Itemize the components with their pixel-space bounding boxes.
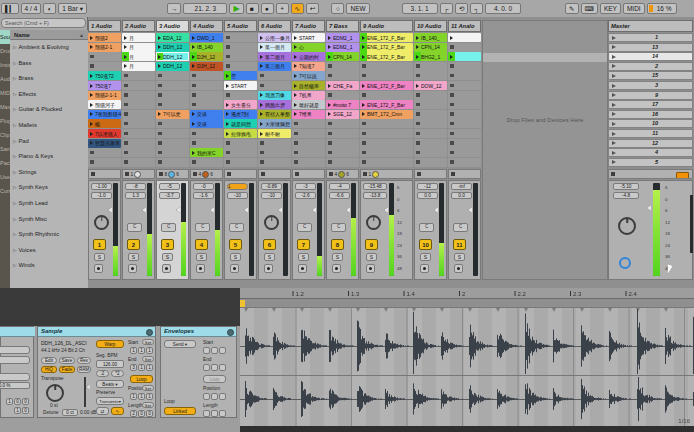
clip-stop-button[interactable]	[450, 64, 454, 68]
browser-sidebar-item[interactable]: Sounds	[0, 30, 10, 44]
midi-map-button[interactable]: MIDI	[623, 3, 645, 14]
clip-stop-button[interactable]	[124, 84, 128, 88]
clip-slot[interactable]	[448, 100, 481, 109]
clip[interactable]: 7衡我那猫头	[88, 110, 121, 119]
clip-play-icon[interactable]	[292, 52, 299, 61]
browser-sidebar[interactable]: SoundsDrumsInstrumentsAudio EffectsMIDI …	[0, 30, 10, 288]
clip-play-icon[interactable]	[292, 33, 299, 42]
solo-button[interactable]: S	[332, 253, 343, 261]
track-activator[interactable]: 4	[195, 239, 208, 250]
clip[interactable]	[448, 52, 481, 61]
ram-button[interactable]: RAM	[77, 366, 91, 373]
clip-gain-handle[interactable]	[86, 384, 90, 390]
seg-bpm-field[interactable]: 126.00	[96, 360, 124, 368]
clip-play-icon[interactable]	[326, 43, 333, 52]
clip-stop-button[interactable]	[226, 93, 230, 97]
clip-slot[interactable]	[156, 71, 189, 80]
peak-level-box[interactable]: -4	[329, 183, 350, 190]
clip-play-icon[interactable]	[292, 91, 299, 100]
track-activator[interactable]: 1	[93, 239, 106, 250]
scene-slot[interactable]: 10	[608, 119, 693, 128]
browser-sidebar-item[interactable]: User Library	[0, 170, 10, 184]
scene-slot[interactable]: 2	[608, 62, 693, 71]
clip-stop-button[interactable]	[328, 64, 332, 68]
clip-slot[interactable]	[190, 100, 223, 109]
clip-slot[interactable]	[448, 71, 481, 80]
clip-stop-button[interactable]	[294, 160, 298, 164]
clip-stop-button[interactable]	[450, 151, 454, 155]
length-set-button[interactable]: Set	[142, 402, 154, 408]
clip-slot[interactable]: IB_140_	[414, 33, 447, 42]
pan-control[interactable]: C	[195, 223, 210, 232]
peak-level-box[interactable]: 1	[227, 183, 248, 190]
clip-stop-button[interactable]	[416, 103, 420, 107]
clip[interactable]: 智慧点改革	[88, 139, 121, 148]
scene-play-icon[interactable]	[612, 103, 616, 107]
clip-play-icon[interactable]	[258, 43, 265, 52]
scene-play-icon[interactable]	[612, 160, 616, 164]
track-activator[interactable]: 5	[229, 239, 242, 250]
clip-stop-button[interactable]	[450, 122, 454, 126]
clip-slot[interactable]: 心	[292, 43, 325, 52]
clip-stop-button[interactable]	[416, 74, 420, 78]
clip[interactable]: 我的家C	[190, 148, 223, 157]
draw-mode-button[interactable]: ✎	[565, 3, 578, 14]
master-fader-handle[interactable]	[647, 205, 651, 211]
peak-level-box[interactable]: -1.00	[91, 183, 112, 190]
clip-slot[interactable]	[156, 129, 189, 138]
clip-slot[interactable]	[122, 158, 155, 167]
env-linked-button[interactable]: Linked	[164, 407, 196, 415]
clip-slot[interactable]: 第一個月	[258, 43, 291, 52]
env-pos-1[interactable]	[203, 393, 210, 400]
clip[interactable]: ENE_172_F_Bar	[360, 100, 413, 109]
clip-slot[interactable]: ENE_172_F_Bar	[360, 81, 413, 90]
clip-stop-button[interactable]	[158, 151, 162, 155]
clip-slot[interactable]: 就是回想	[224, 119, 257, 128]
clip-stop-button[interactable]	[416, 151, 420, 155]
clip-slot[interactable]	[190, 158, 223, 167]
clip-slot[interactable]: CHE_Fa	[326, 81, 359, 90]
clip-stop-button[interactable]	[158, 141, 162, 145]
clip[interactable]: 7可以说	[292, 71, 325, 80]
clip-play-icon[interactable]	[258, 33, 265, 42]
clip-play-icon[interactable]	[360, 100, 367, 109]
clip-slot[interactable]: EDM2_1	[326, 43, 359, 52]
browser-item[interactable]: ▷Synth Lead	[10, 196, 88, 212]
clip-slot[interactable]: 公用一像月	[258, 33, 291, 42]
volume-box[interactable]: -1.6	[193, 192, 214, 199]
envelopes-panel-dot-icon[interactable]	[227, 329, 234, 336]
arm-button[interactable]	[230, 264, 239, 273]
clip[interactable]: 月	[122, 43, 155, 52]
clip[interactable]: 公期的时	[292, 52, 325, 61]
clip-slot[interactable]: DJH_12	[190, 62, 223, 71]
clip[interactable]: 月	[122, 62, 155, 71]
follow-count-2[interactable]: 0	[22, 407, 29, 414]
track-header[interactable]: 7 Audio	[292, 20, 325, 32]
solo-button[interactable]: S	[298, 253, 309, 261]
transient-envelope-button[interactable]: ∿	[111, 407, 124, 415]
pan-control[interactable]: C	[297, 223, 312, 232]
clip-play-icon[interactable]	[88, 129, 95, 138]
clip-slot[interactable]	[190, 71, 223, 80]
pos-3[interactable]: 1	[146, 393, 153, 400]
clip-stop-button[interactable]	[260, 151, 264, 155]
arm-button[interactable]	[454, 264, 463, 273]
volume-box[interactable]: -10	[261, 192, 282, 199]
clip-slot[interactable]	[360, 62, 413, 71]
clip-slot[interactable]: 750道7	[88, 81, 121, 90]
solo-button[interactable]: S	[162, 253, 173, 261]
clip-slot[interactable]: 交谈	[190, 119, 223, 128]
scene-play-icon[interactable]	[612, 132, 616, 136]
volume-box[interactable]: 0.0	[417, 192, 438, 199]
solo-button[interactable]: S	[264, 253, 275, 261]
pan-control[interactable]: C	[331, 223, 346, 232]
browser-sidebar-item[interactable]: Instruments	[0, 58, 10, 72]
env-pos-2[interactable]	[211, 393, 218, 400]
clip[interactable]: 概	[88, 119, 121, 128]
loop-length-field[interactable]: 4. 0. 0	[485, 3, 521, 14]
clip-slot[interactable]: START	[224, 81, 257, 90]
envelope-device-select[interactable]: Send ▾	[164, 340, 196, 348]
clip-play-icon[interactable]	[224, 100, 231, 109]
clip-stop-button[interactable]	[416, 93, 420, 97]
scene-play-icon[interactable]	[612, 55, 616, 59]
